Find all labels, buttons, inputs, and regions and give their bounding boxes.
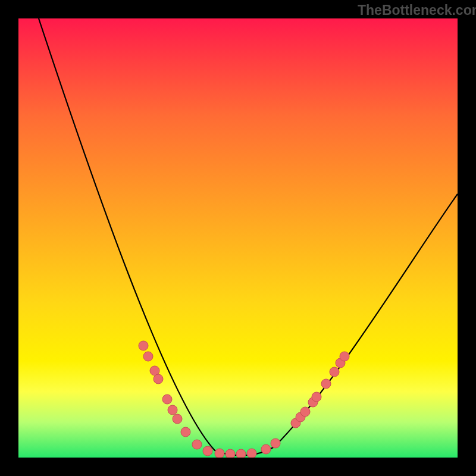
- data-point: [261, 444, 271, 454]
- data-point: [271, 439, 280, 448]
- data-point: [168, 405, 177, 415]
- chart-plot-area: [18, 18, 458, 458]
- data-point: [247, 449, 256, 458]
- data-point: [236, 449, 246, 458]
- data-point: [226, 449, 235, 458]
- data-point: [340, 352, 349, 361]
- data-point: [330, 367, 339, 377]
- data-point: [215, 449, 224, 458]
- data-point: [312, 392, 321, 402]
- data-point: [203, 446, 212, 456]
- data-point: [173, 414, 182, 424]
- data-point: [162, 394, 172, 404]
- data-point: [181, 427, 190, 437]
- data-point: [139, 341, 148, 350]
- chart-svg: [18, 18, 458, 458]
- curve-line: [39, 18, 458, 455]
- data-point: [321, 379, 331, 389]
- data-point: [300, 407, 310, 416]
- data-point: [143, 352, 153, 361]
- data-point: [154, 374, 163, 384]
- watermark-text: TheBottleneck.com: [358, 2, 476, 18]
- marker-group: [139, 341, 349, 458]
- data-point: [192, 440, 202, 449]
